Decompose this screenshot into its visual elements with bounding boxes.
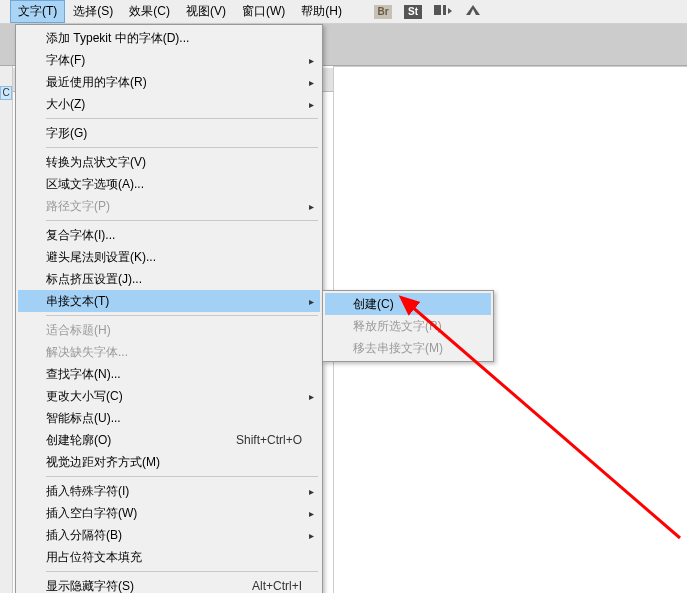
submenu-item: 释放所选文字(R) bbox=[325, 315, 491, 337]
menu-item-label: 复合字体(I)... bbox=[46, 227, 302, 244]
submenu-item: 移去串接文字(M) bbox=[325, 337, 491, 359]
menu-item-label: 标点挤压设置(J)... bbox=[46, 271, 302, 288]
svg-rect-0 bbox=[434, 5, 441, 15]
menu-item-label: 最近使用的字体(R) bbox=[46, 74, 302, 91]
svg-marker-2 bbox=[448, 8, 452, 14]
menu-separator bbox=[46, 476, 318, 477]
menubar: 文字(T) 选择(S) 效果(C) 视图(V) 窗口(W) 帮助(H) Br S… bbox=[0, 0, 687, 24]
svg-rect-1 bbox=[443, 5, 446, 15]
menubar-item-select[interactable]: 选择(S) bbox=[65, 0, 121, 23]
menu-item-label: 添加 Typekit 中的字体(D)... bbox=[46, 30, 302, 47]
arrange-docs-icon[interactable] bbox=[434, 3, 452, 20]
menu-item: 解决缺失字体... bbox=[18, 341, 320, 363]
bridge-icon[interactable]: Br bbox=[374, 5, 392, 19]
submenu-item-label: 释放所选文字(R) bbox=[353, 318, 481, 335]
menu-item-label: 插入特殊字符(I) bbox=[46, 483, 302, 500]
submenu-item-label: 移去串接文字(M) bbox=[353, 340, 481, 357]
menu-item[interactable]: 串接文本(T) bbox=[18, 290, 320, 312]
menu-separator bbox=[46, 118, 318, 119]
menu-item[interactable]: 用占位符文本填充 bbox=[18, 546, 320, 568]
menu-item-label: 字形(G) bbox=[46, 125, 302, 142]
menu-item-label: 智能标点(U)... bbox=[46, 410, 302, 427]
gpu-perf-icon[interactable] bbox=[464, 3, 482, 20]
svg-marker-3 bbox=[466, 5, 480, 15]
menu-item-label: 转换为点状文字(V) bbox=[46, 154, 302, 171]
menu-item-label: 显示隐藏字符(S) bbox=[46, 578, 252, 594]
menu-item[interactable]: 转换为点状文字(V) bbox=[18, 151, 320, 173]
menu-item[interactable]: 查找字体(N)... bbox=[18, 363, 320, 385]
menu-item[interactable]: 避头尾法则设置(K)... bbox=[18, 246, 320, 268]
menubar-item-view[interactable]: 视图(V) bbox=[178, 0, 234, 23]
stock-icon[interactable]: St bbox=[404, 5, 422, 19]
menu-item[interactable]: 智能标点(U)... bbox=[18, 407, 320, 429]
menu-item-label: 查找字体(N)... bbox=[46, 366, 302, 383]
submenu-item[interactable]: 创建(C) bbox=[325, 293, 491, 315]
left-sidebar bbox=[0, 66, 13, 593]
menu-item-shortcut: Shift+Ctrl+O bbox=[236, 433, 302, 447]
menu-item-label: 路径文字(P) bbox=[46, 198, 302, 215]
menu-item-label: 更改大小写(C) bbox=[46, 388, 302, 405]
side-indicator[interactable]: C bbox=[0, 86, 12, 100]
menu-item[interactable]: 字体(F) bbox=[18, 49, 320, 71]
menu-item[interactable]: 添加 Typekit 中的字体(D)... bbox=[18, 27, 320, 49]
menu-item: 路径文字(P) bbox=[18, 195, 320, 217]
menu-item-label: 视觉边距对齐方式(M) bbox=[46, 454, 302, 471]
menu-item-label: 串接文本(T) bbox=[46, 293, 302, 310]
threaded-text-submenu: 创建(C)释放所选文字(R)移去串接文字(M) bbox=[322, 290, 494, 362]
menu-item-label: 字体(F) bbox=[46, 52, 302, 69]
menu-item-label: 大小(Z) bbox=[46, 96, 302, 113]
menu-item-label: 解决缺失字体... bbox=[46, 344, 302, 361]
menubar-item-text[interactable]: 文字(T) bbox=[10, 0, 65, 23]
menu-item[interactable]: 区域文字选项(A)... bbox=[18, 173, 320, 195]
text-menu-dropdown: 添加 Typekit 中的字体(D)...字体(F)最近使用的字体(R)大小(Z… bbox=[15, 24, 323, 593]
menu-item[interactable]: 创建轮廓(O)Shift+Ctrl+O bbox=[18, 429, 320, 451]
menubar-item-help[interactable]: 帮助(H) bbox=[293, 0, 350, 23]
menu-item[interactable]: 视觉边距对齐方式(M) bbox=[18, 451, 320, 473]
menu-separator bbox=[46, 571, 318, 572]
menubar-icon-group: Br St bbox=[374, 3, 482, 20]
menu-item-label: 避头尾法则设置(K)... bbox=[46, 249, 302, 266]
menu-item-shortcut: Alt+Ctrl+I bbox=[252, 579, 302, 593]
menu-separator bbox=[46, 220, 318, 221]
menu-item[interactable]: 插入空白字符(W) bbox=[18, 502, 320, 524]
menu-item[interactable]: 标点挤压设置(J)... bbox=[18, 268, 320, 290]
menu-item-label: 插入分隔符(B) bbox=[46, 527, 302, 544]
menu-item[interactable]: 复合字体(I)... bbox=[18, 224, 320, 246]
menu-item[interactable]: 插入分隔符(B) bbox=[18, 524, 320, 546]
menu-item[interactable]: 大小(Z) bbox=[18, 93, 320, 115]
menu-item[interactable]: 字形(G) bbox=[18, 122, 320, 144]
menu-item-label: 区域文字选项(A)... bbox=[46, 176, 302, 193]
menu-item-label: 插入空白字符(W) bbox=[46, 505, 302, 522]
menubar-item-window[interactable]: 窗口(W) bbox=[234, 0, 293, 23]
menu-separator bbox=[46, 147, 318, 148]
submenu-item-label: 创建(C) bbox=[353, 296, 481, 313]
menu-item-label: 适合标题(H) bbox=[46, 322, 302, 339]
menu-item-label: 创建轮廓(O) bbox=[46, 432, 236, 449]
menubar-item-effect[interactable]: 效果(C) bbox=[121, 0, 178, 23]
menu-separator bbox=[46, 315, 318, 316]
menu-item-label: 用占位符文本填充 bbox=[46, 549, 302, 566]
menu-item[interactable]: 显示隐藏字符(S)Alt+Ctrl+I bbox=[18, 575, 320, 593]
menu-item[interactable]: 更改大小写(C) bbox=[18, 385, 320, 407]
menu-item: 适合标题(H) bbox=[18, 319, 320, 341]
menu-item[interactable]: 插入特殊字符(I) bbox=[18, 480, 320, 502]
menu-item[interactable]: 最近使用的字体(R) bbox=[18, 71, 320, 93]
